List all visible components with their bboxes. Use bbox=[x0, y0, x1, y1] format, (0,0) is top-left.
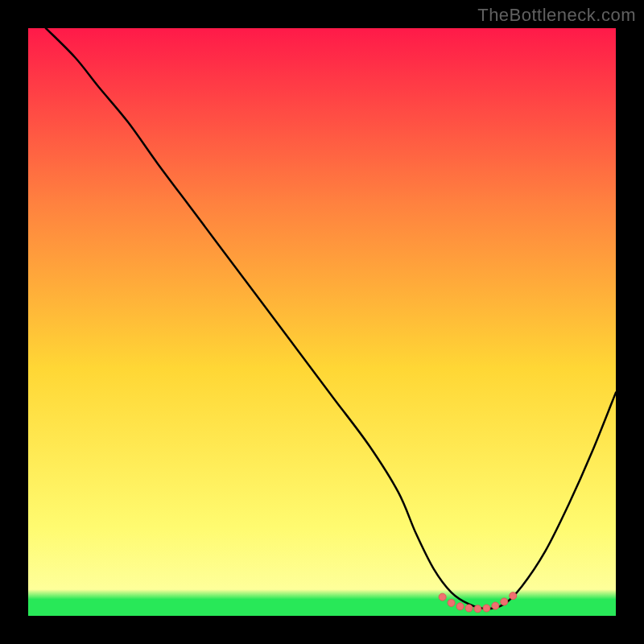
marker-dot bbox=[510, 592, 517, 600]
chart-svg bbox=[28, 28, 616, 616]
watermark-text: TheBottleneck.com bbox=[477, 5, 636, 26]
marker-dot bbox=[448, 599, 455, 606]
marker-dot bbox=[483, 605, 490, 612]
marker-dot bbox=[501, 598, 508, 605]
gradient-background bbox=[28, 28, 616, 616]
marker-dot bbox=[492, 602, 499, 609]
marker-dot bbox=[439, 593, 446, 601]
chart-container: TheBottleneck.com bbox=[0, 0, 644, 644]
marker-dot bbox=[456, 603, 464, 610]
marker-dot bbox=[465, 605, 473, 612]
marker-dot bbox=[474, 605, 481, 613]
plot-area bbox=[28, 28, 616, 616]
